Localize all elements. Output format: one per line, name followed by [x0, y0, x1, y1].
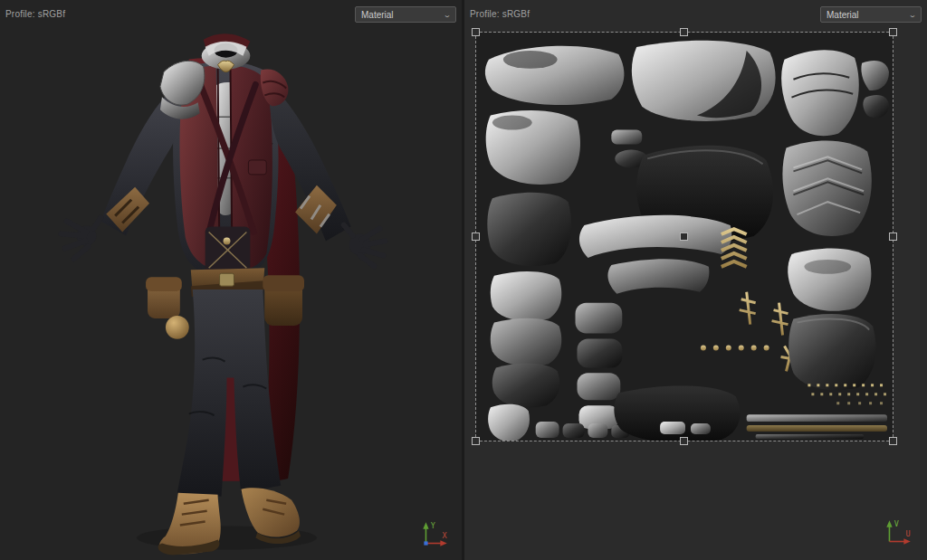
dropdown-value: Material [827, 10, 859, 20]
transform-handle-middle-left[interactable] [472, 233, 480, 241]
dropdown-value: Material [361, 10, 394, 20]
transform-handle-center[interactable] [680, 233, 688, 241]
profile-label: Profile: sRGBf [5, 6, 65, 19]
transform-handle-top-middle[interactable] [680, 28, 688, 36]
axis-label-v: V [894, 519, 899, 528]
axis-gizmo-3d: Y X [418, 518, 451, 551]
chevron-down-icon: ⌄ [443, 12, 451, 18]
material-dropdown[interactable]: Material ⌄ [355, 6, 456, 23]
transform-handle-bottom-right[interactable] [889, 437, 897, 445]
profile-label: Profile: sRGBf [470, 6, 530, 19]
viewport-3d[interactable]: Profile: sRGBf Material ⌄ Y X [0, 0, 464, 560]
transform-handle-bottom-middle[interactable] [680, 437, 688, 445]
chevron-down-icon: ⌄ [908, 12, 916, 18]
material-dropdown[interactable]: Material ⌄ [820, 6, 922, 23]
uv-selection-frame[interactable] [475, 32, 894, 441]
axis-label-u: U [905, 529, 910, 538]
transform-handle-top-right[interactable] [889, 28, 897, 36]
transform-handle-middle-right[interactable] [889, 233, 897, 241]
transform-handle-top-left[interactable] [472, 28, 480, 36]
viewport-3d-topbar: Profile: sRGBf Material ⌄ [0, 0, 462, 27]
viewport-2d[interactable]: Profile: sRGBf Material ⌄ V U [464, 0, 927, 560]
character-model-3d-view[interactable] [0, 0, 462, 556]
axis-label-y: Y [431, 521, 435, 530]
transform-handle-bottom-left[interactable] [472, 437, 480, 445]
app-window: Profile: sRGBf Material ⌄ Y X [0, 0, 927, 560]
axis-gizmo-2d: V U [882, 517, 914, 549]
viewport-2d-topbar: Profile: sRGBf Material ⌄ [464, 0, 927, 27]
axis-label-x: X [442, 531, 447, 540]
